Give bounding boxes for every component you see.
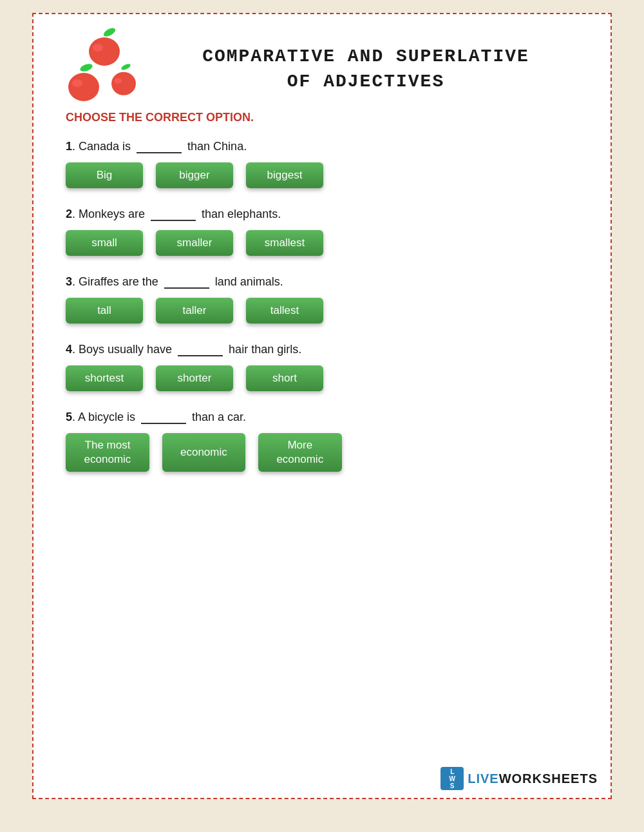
option-btn-5-2[interactable]: economic	[162, 433, 245, 472]
option-btn-1-2[interactable]: bigger	[156, 162, 233, 188]
option-btn-5-1[interactable]: The mosteconomic	[66, 433, 149, 472]
svg-point-7	[111, 72, 136, 95]
instruction-text: CHOOSE THE CORRECT OPTION.	[66, 111, 578, 124]
option-btn-3-3[interactable]: tallest	[246, 298, 323, 324]
option-btn-4-2[interactable]: shorter	[156, 365, 233, 391]
question-5: 5. A bicycle is than a car.The mostecono…	[66, 409, 578, 472]
question-text-3: 3. Giraffes are the land animals.	[66, 274, 578, 289]
question-2: 2. Monkeys are than elephants.smallsmall…	[66, 206, 578, 256]
option-btn-2-1[interactable]: small	[66, 230, 143, 256]
svg-point-0	[102, 27, 117, 38]
blank-5	[141, 409, 186, 424]
option-btn-3-1[interactable]: tall	[66, 298, 143, 324]
blank-2	[151, 206, 196, 221]
question-text-4: 4. Boys usually have hair than girls.	[66, 342, 578, 356]
question-text-5: 5. A bicycle is than a car.	[66, 409, 578, 424]
option-btn-1-3[interactable]: biggest	[246, 162, 323, 188]
question-3: 3. Giraffes are the land animals.talltal…	[66, 274, 578, 324]
question-4: 4. Boys usually have hair than girls.sho…	[66, 342, 578, 391]
option-btn-2-2[interactable]: smaller	[156, 230, 233, 256]
svg-point-5	[72, 79, 82, 87]
option-btn-2-3[interactable]: smallest	[246, 230, 323, 256]
questions-container: 1. Canada is than China.Bigbiggerbiggest…	[66, 139, 578, 472]
logo-live: LIVE	[468, 771, 498, 786]
options-row-1: Bigbiggerbiggest	[66, 162, 578, 188]
question-number-1: 1	[66, 140, 72, 153]
title-block: COMPARATIVE AND SUPERLATIVE OF ADJECTIVE…	[153, 34, 578, 92]
question-number-5: 5	[66, 411, 72, 423]
apples-decoration	[66, 27, 140, 104]
option-btn-1-1[interactable]: Big	[66, 162, 143, 188]
blank-1	[137, 139, 182, 153]
option-btn-4-3[interactable]: short	[246, 365, 323, 391]
worksheet-page: COMPARATIVE AND SUPERLATIVE OF ADJECTIVE…	[32, 13, 612, 799]
options-row-5: The mosteconomiceconomicMoreeconomic	[66, 433, 578, 472]
apple-icon-bottom-left	[66, 63, 104, 104]
option-btn-5-3[interactable]: Moreeconomic	[258, 433, 342, 472]
option-btn-3-2[interactable]: taller	[156, 298, 233, 324]
title-line1: COMPARATIVE AND SUPERLATIVE	[153, 46, 578, 66]
question-1: 1. Canada is than China.Bigbiggerbiggest	[66, 139, 578, 188]
question-number-4: 4	[66, 343, 72, 356]
question-number-3: 3	[66, 275, 72, 288]
question-text-1: 1. Canada is than China.	[66, 139, 578, 153]
svg-point-4	[68, 73, 99, 101]
options-row-3: talltallertallest	[66, 298, 578, 324]
svg-point-1	[89, 37, 120, 66]
svg-point-6	[120, 63, 131, 71]
option-btn-4-1[interactable]: shortest	[66, 365, 143, 391]
header: COMPARATIVE AND SUPERLATIVE OF ADJECTIVE…	[66, 34, 578, 104]
title-line2: OF ADJECTIVES	[153, 72, 578, 92]
options-row-4: shortestshortershort	[66, 365, 578, 391]
blank-3	[164, 274, 209, 289]
logo-icon-text: LWS	[449, 768, 455, 789]
options-row-2: smallsmallersmallest	[66, 230, 578, 256]
svg-point-3	[79, 63, 93, 73]
question-number-2: 2	[66, 208, 72, 220]
logo-icon: LWS	[440, 767, 464, 790]
svg-point-8	[114, 78, 122, 84]
logo-text: LIVEWORKSHEETS	[468, 771, 598, 786]
logo-worksheets: WORKSHEETS	[499, 771, 598, 786]
blank-4	[178, 342, 223, 356]
footer: LWS LIVEWORKSHEETS	[440, 767, 598, 790]
question-text-2: 2. Monkeys are than elephants.	[66, 206, 578, 221]
liveworksheets-logo: LWS LIVEWORKSHEETS	[440, 767, 598, 790]
apple-icon-bottom-right	[107, 63, 140, 99]
svg-point-2	[93, 44, 103, 52]
